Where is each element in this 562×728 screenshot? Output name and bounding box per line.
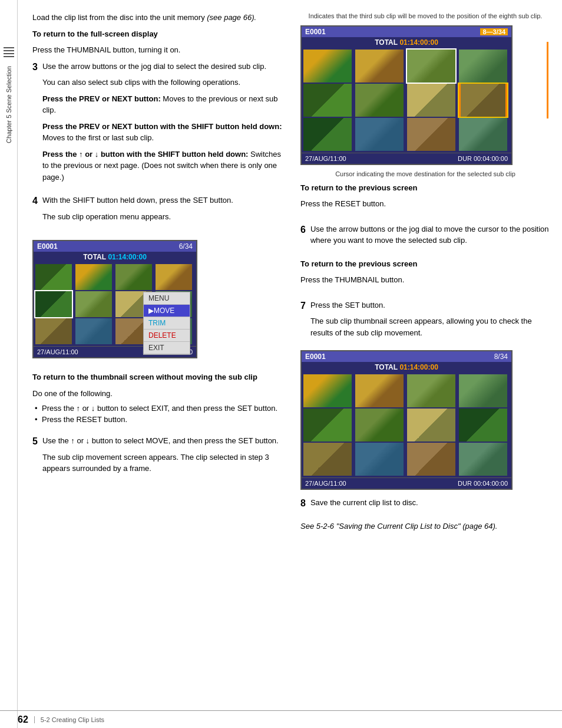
step-6-number: 6	[300, 225, 306, 235]
bottom-bar: 62 5-2 Creating Clip Lists	[0, 710, 562, 728]
s2-thumb-6	[355, 84, 404, 117]
s3-thumb-7	[407, 409, 455, 442]
s2-thumb-12	[459, 118, 507, 151]
intro-italic: (see page 66).	[207, 13, 256, 22]
bottom-label: 5-2 Creating Clip Lists	[34, 716, 104, 723]
screen-1-menu: MENU ▶MOVE TRIM DELETE EXIT	[143, 292, 190, 355]
step-5-number: 5	[32, 436, 38, 447]
screen-1-clip-id: E0001	[37, 242, 58, 251]
s3-thumb-4	[459, 374, 507, 407]
page-number: 62	[18, 714, 28, 725]
screen-3-thumb-grid	[302, 373, 511, 477]
screen-2-header: E0001 8—3/34	[302, 27, 511, 37]
screen-3-clip-id: E0001	[305, 353, 326, 361]
s2-thumb-2	[355, 50, 404, 83]
sidebar-decoration	[4, 47, 14, 57]
screen-2-date: 27/AUG/11:00	[305, 155, 346, 162]
prev-screen-2-text: Press the THUMBNAIL button.	[300, 274, 550, 286]
screen-3-dur: DUR 00:04:00:00	[458, 480, 508, 487]
screen-1-wrapper: E0001 6/34 TOTAL 01:14:00:00	[32, 234, 197, 364]
screen-1-grid-area: MENU ▶MOVE TRIM DELETE EXIT	[34, 262, 196, 346]
annotation-top: Indicates that the third sub clip will b…	[300, 12, 550, 21]
screen-3-date: 27/AUG/11:00	[305, 480, 346, 487]
s2-thumb-3	[407, 50, 455, 83]
s3-thumb-3	[407, 374, 455, 407]
thumb-9	[35, 318, 72, 344]
screen-1-header: E0001 6/34	[34, 241, 196, 252]
screen-2-thumb-grid	[302, 48, 511, 153]
left-column: Load the clip list from the disc into th…	[32, 12, 286, 536]
full-screen-title: To return to the full-screen display	[32, 28, 286, 40]
step-5-text: Use the ↑ or ↓ button to select MOVE, an…	[42, 435, 286, 479]
screen-1: E0001 6/34 TOTAL 01:14:00:00	[32, 240, 197, 358]
step-5-subtext: The sub clip movement screen appears. Th…	[42, 452, 286, 475]
intro-text: Load the clip list from the disc into th…	[32, 12, 286, 24]
s3-thumb-10	[355, 443, 404, 476]
right-column: Indicates that the third sub clip will b…	[297, 12, 550, 536]
step-5-main: Use the ↑ or ↓ button to select MOVE, an…	[42, 435, 286, 447]
menu-item-exit: EXIT	[144, 342, 190, 354]
step-4-subtext: The sub clip operation menu appears.	[42, 211, 286, 223]
step-3-op-1: Press the PREV or NEXT button: Moves to …	[42, 93, 286, 116]
step-8-text: Save the current clip list to disc.	[310, 497, 550, 513]
screen-2-page-highlight: 8—3/34	[480, 28, 508, 35]
step-6-block: 6 Use the arrow buttons or the jog dial …	[300, 223, 550, 251]
step-3-number: 3	[32, 62, 38, 73]
screen-2-page-num: 8—3/34	[480, 28, 508, 35]
step-6-main: Use the arrow buttons or the jog dial to…	[310, 223, 550, 246]
menu-item-move: ▶MOVE	[144, 305, 190, 317]
step-7-main: Press the SET button.	[310, 299, 550, 311]
full-screen-text: Press the THUMBNAIL button, turning it o…	[32, 44, 286, 56]
screen-1-date: 27/AUG/11:00	[37, 348, 78, 355]
see-also: See 5-2-6 "Saving the Current Clip List …	[300, 521, 550, 532]
menu-item-menu: MENU	[144, 292, 190, 305]
step-4-number: 4	[32, 196, 38, 206]
cursor-line	[547, 42, 548, 118]
thumb-3	[115, 264, 152, 290]
s2-thumb-8	[459, 84, 507, 117]
s2-thumb-9	[303, 118, 352, 151]
screen-2: E0001 8—3/34 TOTAL 01:14:00:00	[300, 25, 513, 165]
prev-screen-1-text: Press the RESET button.	[300, 198, 550, 210]
screen-3-page-num: 8/34	[494, 353, 508, 361]
screen-2-dur: DUR 00:04:00:00	[458, 155, 508, 162]
s2-thumb-10	[355, 118, 404, 151]
step-4-main: With the SHIFT button held down, press t…	[42, 195, 286, 206]
s3-thumb-1	[303, 374, 352, 407]
no-move-bullet-2: Press the RESET button.	[32, 415, 286, 424]
s3-thumb-9	[303, 443, 352, 476]
no-move-bullets: Press the ↑ or ↓ button to select EXIT, …	[32, 404, 286, 424]
no-move-title: To return to the thumbnail screen withou…	[32, 371, 286, 383]
s2-thumb-11	[407, 118, 455, 151]
step-3-main: Use the arrow buttons or the jog dial to…	[42, 61, 286, 73]
s3-thumb-5	[303, 409, 352, 442]
step-3-op-2: Press the PREV or NEXT button with the S…	[42, 121, 286, 144]
step-7-text: Press the SET button. The sub clip thumb…	[310, 299, 550, 344]
step-5-block: 5 Use the ↑ or ↓ button to select MOVE, …	[32, 435, 286, 479]
no-move-text: Do one of the following.	[32, 388, 286, 400]
step-7-block: 7 Press the SET button. The sub clip thu…	[300, 299, 550, 344]
screen-2-container: E0001 8—3/34 TOTAL 01:14:00:00	[300, 25, 550, 165]
s3-thumb-2	[355, 374, 404, 407]
s2-thumb-1	[303, 50, 352, 83]
screen-3: E0001 8/34 TOTAL 01:14:00:00	[300, 350, 513, 490]
s2-thumb-7	[407, 84, 455, 117]
main-content: Load the clip list from the disc into th…	[18, 0, 562, 548]
annotation-cursor: Cursor indicating the move destination f…	[300, 170, 550, 179]
s3-thumb-6	[355, 409, 404, 442]
s2-thumb-4	[459, 50, 507, 83]
screen-2-clip-id: E0001	[305, 28, 326, 36]
menu-item-trim: TRIM	[144, 317, 190, 330]
no-move-bullet-1: Press the ↑ or ↓ button to select EXIT, …	[32, 404, 286, 413]
chapter-label: Chapter 5 Scene Selection	[5, 66, 12, 143]
prev-screen-2-title: To return to the previous screen	[300, 258, 550, 270]
s3-thumb-8	[459, 409, 507, 442]
step-3-text: Use the arrow buttons or the jog dial to…	[42, 61, 286, 188]
step-3-also: You can also select sub clips with the f…	[42, 77, 286, 88]
thumb-4	[156, 264, 192, 290]
thumb-6	[75, 291, 112, 317]
s2-thumb-5	[303, 84, 352, 117]
sidebar: Chapter 5 Scene Selection	[0, 0, 18, 728]
thumb-5	[35, 291, 72, 317]
screen-1-total: TOTAL 01:14:00:00	[34, 252, 196, 262]
